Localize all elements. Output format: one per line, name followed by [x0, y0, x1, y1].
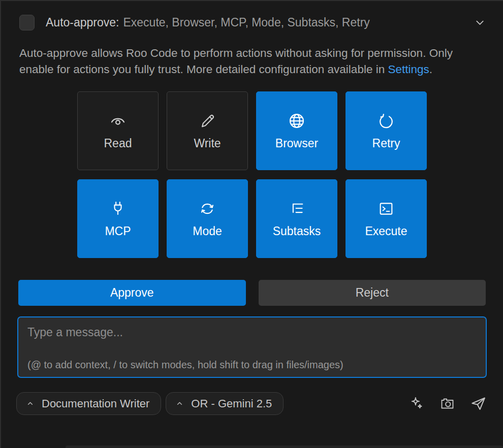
- auto-approve-header: Auto-approve: Execute, Browser, MCP, Mod…: [19, 15, 488, 30]
- pencil-icon: [199, 112, 216, 130]
- model-selector[interactable]: OR - Gemini 2.5: [166, 392, 284, 415]
- message-input[interactable]: Type a message... (@ to add context, / t…: [17, 316, 487, 378]
- composer-footer: Documentation Writer OR - Gemini 2.5: [16, 392, 487, 415]
- toggle-read[interactable]: Read: [77, 91, 159, 170]
- approve-button[interactable]: Approve: [18, 280, 246, 306]
- globe-icon: [288, 112, 306, 130]
- reject-button[interactable]: Reject: [259, 280, 486, 306]
- toggle-label: Mode: [193, 225, 222, 238]
- refresh-icon: [378, 112, 395, 130]
- model-selector-label: OR - Gemini 2.5: [191, 397, 272, 410]
- sync-icon: [199, 200, 216, 218]
- auto-approve-title: Auto-approve:: [46, 16, 119, 29]
- toggle-browser[interactable]: Browser: [256, 91, 337, 170]
- auto-approve-summary: Execute, Browser, MCP, Mode, Subtasks, R…: [123, 16, 369, 29]
- auto-approve-panel: Auto-approve: Execute, Browser, MCP, Mod…: [0, 0, 503, 448]
- toggle-retry[interactable]: Retry: [345, 91, 427, 170]
- chevron-down-icon[interactable]: [472, 15, 488, 30]
- sparkle-icon[interactable]: [409, 396, 425, 411]
- chevron-up-icon: [175, 399, 184, 408]
- camera-icon[interactable]: [439, 396, 455, 411]
- terminal-icon: [378, 200, 395, 218]
- toggle-subtasks[interactable]: Subtasks: [256, 179, 337, 258]
- action-buttons: Approve Reject: [18, 280, 486, 306]
- send-icon[interactable]: [470, 395, 487, 412]
- toggle-label: Subtasks: [273, 225, 321, 238]
- eye-icon: [109, 112, 127, 130]
- chevron-up-icon: [26, 399, 35, 408]
- message-hint: (@ to add context, / to switch modes, ho…: [27, 359, 477, 371]
- toggle-label: MCP: [105, 225, 131, 238]
- toggle-label: Retry: [372, 137, 400, 150]
- settings-link[interactable]: Settings: [388, 63, 429, 76]
- message-placeholder: Type a message...: [27, 326, 123, 339]
- toggle-mode[interactable]: Mode: [167, 179, 248, 258]
- toggle-label: Execute: [365, 225, 407, 238]
- toggle-label: Write: [194, 137, 221, 150]
- mode-selector-label: Documentation Writer: [42, 397, 149, 410]
- auto-approve-checkbox[interactable]: [19, 15, 35, 30]
- description-suffix: .: [429, 63, 432, 76]
- toggle-write[interactable]: Write: [167, 91, 248, 170]
- auto-approve-description: Auto-approve allows Roo Code to perform …: [19, 45, 483, 78]
- toggle-label: Browser: [275, 137, 318, 150]
- mode-selector[interactable]: Documentation Writer: [16, 392, 161, 415]
- next-row-peek: [66, 445, 503, 448]
- plug-icon: [109, 200, 127, 218]
- footer-action-icons: [409, 395, 487, 412]
- list-tree-icon: [288, 200, 305, 218]
- auto-approve-toggle-grid: Read Write Browser: [77, 91, 427, 258]
- toggle-execute[interactable]: Execute: [345, 179, 427, 258]
- toggle-mcp[interactable]: MCP: [77, 179, 159, 258]
- toggle-label: Read: [104, 137, 132, 150]
